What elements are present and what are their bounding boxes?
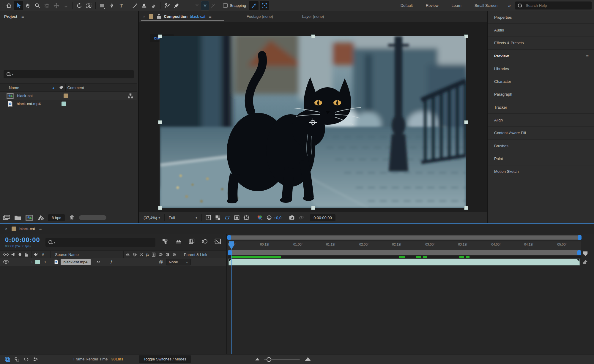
- graph-editor-icon[interactable]: [215, 238, 221, 244]
- clone-stamp-tool[interactable]: [139, 1, 149, 10]
- label-color-swatch[interactable]: [62, 102, 66, 106]
- zoom-tool[interactable]: [33, 1, 42, 10]
- tab-footage[interactable]: Footage (none): [247, 14, 273, 19]
- shy-switch-icon[interactable]: [125, 252, 130, 257]
- composition-flowchart-icon[interactable]: [162, 238, 169, 244]
- selection-tool[interactable]: [14, 1, 23, 10]
- eraser-tool[interactable]: [149, 1, 158, 10]
- orbit-camera-tool[interactable]: [42, 1, 52, 10]
- comp-marker-bin-icon[interactable]: [583, 251, 588, 256]
- layer-row[interactable]: › 1 black-cat.mp4 / @ None⌄: [0, 258, 226, 266]
- transparency-grid-icon[interactable]: [213, 213, 223, 222]
- timeline-menu-icon[interactable]: ≡: [39, 226, 42, 231]
- snapping-checkbox[interactable]: [223, 3, 228, 8]
- selection-handle[interactable]: [311, 34, 315, 38]
- index-column[interactable]: #: [42, 252, 44, 257]
- unlock-icon[interactable]: [157, 14, 161, 19]
- help-search-input[interactable]: [525, 3, 589, 8]
- trash-icon[interactable]: [69, 215, 75, 221]
- new-composition-icon[interactable]: [26, 215, 33, 221]
- fast-previews-icon[interactable]: [204, 213, 213, 222]
- parent-pickwhip-icon[interactable]: @: [159, 259, 163, 264]
- exposure-value[interactable]: +0,0: [274, 216, 282, 220]
- snap-options-button[interactable]: [249, 1, 259, 10]
- label-column-icon[interactable]: [59, 85, 64, 90]
- time-ruler[interactable]: 0:00f00:12f01:00f01:12f02:00f02:12f03:00…: [228, 241, 581, 251]
- project-item-name[interactable]: black-cat.mp4: [17, 102, 41, 106]
- work-area-bar[interactable]: [228, 250, 581, 255]
- work-area-end-handle[interactable]: [577, 250, 581, 255]
- snap-guides-button[interactable]: [260, 1, 269, 10]
- viewer-menu-icon[interactable]: ≡: [209, 14, 212, 19]
- snapshot-icon[interactable]: [287, 213, 297, 222]
- new-folder-icon[interactable]: [14, 215, 21, 221]
- help-search[interactable]: [515, 1, 592, 10]
- current-timecode[interactable]: 0:00:00:00: [5, 236, 40, 244]
- selection-handle[interactable]: [158, 206, 162, 210]
- adjustment-layer-column-icon[interactable]: [158, 252, 163, 257]
- hand-tool[interactable]: [23, 1, 33, 10]
- layer-name[interactable]: black-cat.mp4: [61, 259, 91, 265]
- workspace-default[interactable]: Default: [394, 3, 419, 8]
- tab-composition-label[interactable]: Composition: [164, 14, 188, 19]
- magnification-dropdown[interactable]: (37,4%)▾: [141, 216, 163, 220]
- mask-visibility-icon[interactable]: [223, 213, 232, 222]
- resolution-dropdown[interactable]: Full▾: [166, 216, 200, 220]
- render-queue-icon[interactable]: [32, 357, 38, 362]
- layer-visibility-eye-icon[interactable]: [3, 260, 9, 264]
- search-filter-caret[interactable]: ▾: [12, 73, 13, 76]
- composition-canvas[interactable]: [160, 36, 466, 208]
- selection-handle[interactable]: [158, 120, 162, 124]
- layer-label-swatch[interactable]: [35, 260, 40, 264]
- region-of-interest-icon[interactable]: [232, 213, 242, 222]
- layer-duration-bar[interactable]: [229, 259, 580, 265]
- motion-blur-switch-icon[interactable]: [151, 252, 156, 257]
- video-visibility-column-icon[interactable]: [3, 252, 9, 257]
- column-comment[interactable]: Comment: [67, 86, 84, 90]
- panel-tab-preview[interactable]: Preview≡: [488, 50, 594, 62]
- column-name[interactable]: Name: [9, 86, 19, 90]
- zoom-in-mountain-icon[interactable]: [305, 357, 311, 361]
- panel-tab-brushes[interactable]: Brushes: [488, 140, 594, 152]
- tab-layer[interactable]: Layer (none): [302, 14, 324, 19]
- comp-label-swatch[interactable]: [149, 14, 153, 19]
- layer-expand-arrow[interactable]: ›: [31, 260, 32, 264]
- label-color-swatch[interactable]: [64, 94, 68, 98]
- comp-button-icon[interactable]: [582, 259, 588, 265]
- puppet-bend-option[interactable]: [209, 1, 217, 10]
- label-column-icon[interactable]: [33, 252, 38, 257]
- comp-label-swatch[interactable]: [12, 227, 16, 231]
- panel-tab-audio[interactable]: Audio: [488, 24, 594, 37]
- panel-menu-icon[interactable]: ≡: [586, 53, 589, 58]
- collapse-transformations-icon[interactable]: [133, 252, 137, 257]
- half-circle-column-icon[interactable]: [165, 252, 170, 257]
- brush-tool[interactable]: [130, 1, 139, 10]
- navigator-start-handle[interactable]: [227, 235, 231, 240]
- toolbar-grip[interactable]: [1, 1, 4, 10]
- pen-tool[interactable]: [107, 1, 116, 10]
- project-item-composition[interactable]: black-cat: [0, 92, 137, 100]
- toggle-switches-modes-button[interactable]: Toggle Switches / Modes: [139, 355, 191, 363]
- frame-blend-switch-icon[interactable]: [139, 252, 144, 257]
- show-snapshot-icon[interactable]: [297, 213, 306, 222]
- source-name-column[interactable]: Source Name: [55, 252, 78, 257]
- lock-column-icon[interactable]: [24, 252, 28, 257]
- close-tab-icon[interactable]: ×: [5, 227, 7, 231]
- timeline-tab-label[interactable]: black-cat: [20, 227, 35, 231]
- panel-tab-content-aware-fill[interactable]: Content-Aware Fill: [488, 127, 594, 140]
- navigator-end-handle[interactable]: [578, 235, 582, 240]
- exposure-icon[interactable]: [264, 213, 274, 222]
- expand-layers-icon[interactable]: [4, 357, 10, 362]
- selection-handle[interactable]: [158, 34, 162, 38]
- frame-blending-icon[interactable]: [188, 238, 195, 244]
- dolly-camera-tool[interactable]: [61, 1, 71, 10]
- audio-column-icon[interactable]: [11, 252, 16, 257]
- composition-region-icon[interactable]: [242, 213, 251, 222]
- snapping-toggle[interactable]: Snapping: [223, 3, 246, 8]
- panel-tab-paint[interactable]: Paint: [488, 152, 594, 165]
- type-tool[interactable]: T: [116, 1, 126, 10]
- rectangle-tool[interactable]: [97, 1, 107, 10]
- panel-tab-properties[interactable]: Properties: [488, 11, 594, 24]
- graph-toggle-icon[interactable]: [14, 357, 20, 362]
- layer-shy-switch[interactable]: [96, 260, 101, 264]
